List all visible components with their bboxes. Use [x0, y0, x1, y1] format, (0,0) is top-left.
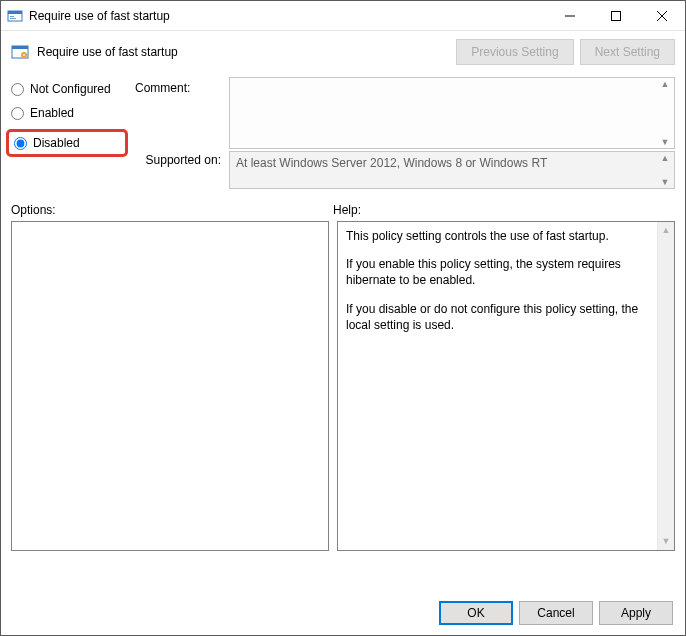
gpo-icon — [7, 8, 23, 24]
help-text-p2: If you enable this policy setting, the s… — [346, 256, 652, 288]
scroll-down-icon[interactable]: ▼ — [658, 533, 674, 550]
dialog-button-bar: OK Cancel Apply — [439, 601, 673, 625]
help-panel: This policy setting controls the use of … — [337, 221, 675, 551]
svg-rect-2 — [10, 16, 14, 17]
comment-label: Comment: — [135, 77, 225, 149]
help-text-p3: If you disable or do not configure this … — [346, 301, 652, 333]
options-panel — [11, 221, 329, 551]
supported-on-value: At least Windows Server 2012, Windows 8 … — [236, 156, 547, 170]
radio-enabled-input[interactable] — [11, 107, 24, 120]
close-button[interactable] — [639, 1, 685, 30]
next-setting-button[interactable]: Next Setting — [580, 39, 675, 65]
header-row: Require use of fast startup Previous Set… — [1, 31, 685, 77]
minimize-button[interactable] — [547, 1, 593, 30]
previous-setting-button[interactable]: Previous Setting — [456, 39, 573, 65]
supported-on-label: Supported on: — [11, 149, 225, 189]
apply-button[interactable]: Apply — [599, 601, 673, 625]
ok-button[interactable]: OK — [439, 601, 513, 625]
supported-on-field: At least Windows Server 2012, Windows 8 … — [229, 151, 675, 189]
svg-rect-9 — [12, 46, 28, 49]
radio-disabled-label: Disabled — [33, 136, 80, 150]
radio-enabled[interactable]: Enabled — [11, 105, 131, 121]
help-label: Help: — [333, 203, 361, 217]
radio-not-configured[interactable]: Not Configured — [11, 81, 131, 97]
scroll-up-icon[interactable]: ▲ — [658, 222, 674, 239]
policy-title: Require use of fast startup — [37, 45, 178, 59]
cancel-button[interactable]: Cancel — [519, 601, 593, 625]
titlebar: Require use of fast startup — [1, 1, 685, 31]
radio-not-configured-input[interactable] — [11, 83, 24, 96]
help-text-p1: This policy setting controls the use of … — [346, 228, 652, 244]
policy-icon — [11, 43, 29, 61]
radio-not-configured-label: Not Configured — [30, 82, 111, 96]
options-label: Options: — [11, 203, 333, 217]
scroll-down-icon[interactable]: ▼ — [657, 137, 673, 147]
scroll-up-icon[interactable]: ▲ — [657, 153, 673, 163]
comment-textarea[interactable]: ▲ ▼ — [229, 77, 675, 149]
svg-rect-5 — [612, 11, 621, 20]
scroll-down-icon[interactable]: ▼ — [657, 177, 673, 187]
radio-enabled-label: Enabled — [30, 106, 74, 120]
svg-rect-1 — [8, 11, 22, 14]
window-title: Require use of fast startup — [29, 9, 170, 23]
maximize-button[interactable] — [593, 1, 639, 30]
radio-disabled-input[interactable] — [14, 137, 27, 150]
svg-rect-3 — [10, 18, 16, 19]
help-scrollbar[interactable]: ▲ ▼ — [657, 222, 674, 550]
window-controls — [547, 1, 685, 30]
scroll-up-icon[interactable]: ▲ — [657, 79, 673, 89]
svg-point-11 — [23, 54, 25, 56]
